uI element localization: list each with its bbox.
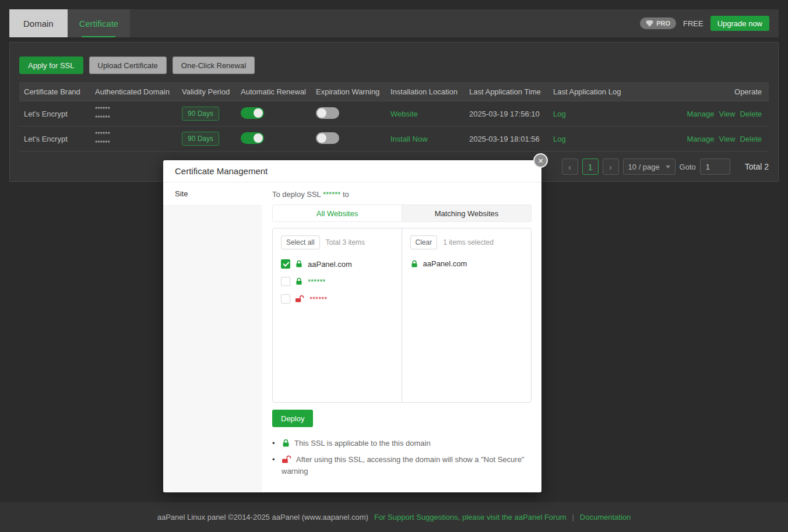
table-row: Let's Encrypt ****** ****** 90 Days Webs…	[19, 101, 769, 126]
page-footer: aaPanel Linux panel ©2014-2025 aaPanel (…	[0, 502, 788, 532]
documentation-link[interactable]: Documentation	[580, 513, 631, 522]
delete-link[interactable]: Delete	[740, 135, 762, 143]
website-label: aaPanel.com	[423, 259, 467, 268]
col-last-application-time: Last Application Time	[465, 87, 548, 96]
certificate-management-modal: Certificate Management Site To deploy SS…	[163, 160, 541, 492]
col-validity-period: Validity Period	[177, 87, 236, 96]
col-certificate-brand: Certificate Brand	[19, 87, 90, 96]
note-text: After using this SSL, accessing the doma…	[282, 455, 524, 475]
modal-title: Certificate Management	[175, 166, 268, 176]
top-tab-bar: Domain Certificate PRO FREE Upgrade now	[9, 9, 779, 37]
prev-page-button[interactable]	[562, 158, 578, 175]
ssl-toolbar: Apply for SSL Upload Certificate One-Cli…	[10, 43, 778, 82]
validity-badge: 90 Days	[182, 132, 219, 146]
table-row: Let's Encrypt ****** ****** 90 Days Inst…	[19, 126, 769, 152]
tab-domain[interactable]: Domain	[9, 9, 68, 37]
tab-matching-websites[interactable]: Matching Websites	[402, 205, 531, 221]
log-link[interactable]: Log	[553, 110, 566, 118]
install-location-link[interactable]: Install Now	[391, 135, 428, 143]
copyright-text: aaPanel Linux panel ©2014-2025 aaPanel (…	[157, 513, 368, 522]
modal-sidebar: Site	[163, 182, 262, 492]
operate-cell: Manage View Delete	[664, 110, 769, 118]
website-list-item: ******	[273, 290, 402, 308]
source-pane-header: Select all Total 3 items	[273, 228, 402, 255]
website-checkbox[interactable]	[281, 277, 290, 286]
view-link[interactable]: View	[719, 135, 735, 143]
forum-link[interactable]: For Support Suggestions, please visit th…	[374, 513, 567, 522]
deploy-button[interactable]: Deploy	[272, 410, 313, 427]
toggle-knob	[254, 133, 263, 143]
page-size-value: 10 / page	[628, 163, 660, 171]
install-location-link[interactable]: Website	[391, 110, 418, 118]
certificates-table: Certificate Brand Authenticated Domain V…	[19, 82, 769, 152]
insecure-lock-icon	[295, 295, 305, 303]
modal-close-button[interactable]	[533, 153, 548, 168]
target-pane: Clear 1 items selected aaPanel.com	[402, 228, 532, 402]
validity-badge: 90 Days	[182, 107, 219, 121]
delete-link[interactable]: Delete	[740, 110, 762, 118]
tab-all-websites[interactable]: All Websites	[273, 205, 402, 221]
last-application-time: 2025-03-19 17:56:10	[465, 110, 548, 118]
upload-certificate-button[interactable]: Upload Certificate	[89, 57, 167, 74]
col-installation-location: Installation Location	[386, 87, 465, 96]
select-all-button[interactable]: Select all	[281, 235, 320, 249]
website-checkbox[interactable]	[281, 294, 290, 304]
authenticated-domains: ****** ******	[90, 105, 177, 122]
selected-website-item: aaPanel.com	[402, 255, 532, 272]
topbar-right: PRO FREE Upgrade now	[640, 16, 769, 31]
toggle-knob	[254, 108, 263, 118]
table-header-row: Certificate Brand Authenticated Domain V…	[19, 82, 769, 101]
tab-certificate[interactable]: Certificate	[68, 9, 131, 37]
col-last-application-log: Last Application Log	[548, 87, 664, 96]
footer-separator: |	[572, 513, 574, 522]
domain-line: ******	[95, 105, 173, 114]
website-transfer-list: Select all Total 3 items aaPanel.com	[272, 228, 532, 403]
expiration-warning-toggle[interactable]	[316, 132, 339, 144]
website-list-item: ******	[273, 273, 402, 290]
last-application-time: 2025-03-19 18:01:56	[465, 135, 548, 143]
clear-button[interactable]: Clear	[410, 235, 438, 249]
deploy-domain: ******	[323, 190, 340, 199]
one-click-renewal-button[interactable]: One-Click Renewal	[173, 57, 255, 74]
cert-brand: Let's Encrypt	[19, 110, 90, 118]
manage-link[interactable]: Manage	[687, 135, 714, 143]
selected-count-label: 1 items selected	[443, 238, 494, 246]
toggle-knob	[317, 108, 326, 118]
pro-badge-label: PRO	[656, 20, 670, 27]
domain-line: ******	[95, 114, 173, 122]
website-checkbox[interactable]	[281, 259, 290, 269]
page-size-select[interactable]: 10 / page	[623, 158, 676, 175]
col-authenticated-domain: Authenticated Domain	[90, 87, 177, 96]
manage-link[interactable]: Manage	[687, 110, 714, 118]
website-filter-tabs: All Websites Matching Websites	[272, 205, 532, 222]
operate-cell: Manage View Delete	[664, 135, 769, 143]
col-automatic-renewal: Automatic Renewal	[236, 87, 311, 96]
apply-ssl-button[interactable]: Apply for SSL	[19, 57, 83, 74]
modal-content: To deploy SSL ****** to All Websites Mat…	[262, 182, 541, 492]
col-expiration-warning: Expiration Warning	[311, 87, 386, 96]
next-page-button[interactable]	[603, 158, 619, 175]
upgrade-now-button[interactable]: Upgrade now	[710, 16, 769, 31]
sidebar-item-site[interactable]: Site	[163, 182, 262, 206]
bullet-icon	[272, 438, 282, 449]
source-pane: Select all Total 3 items aaPanel.com	[273, 228, 402, 402]
website-label: aaPanel.com	[308, 260, 352, 269]
modal-header: Certificate Management	[163, 160, 541, 182]
close-icon	[538, 156, 543, 165]
source-total-label: Total 3 items	[326, 238, 365, 246]
gem-icon	[646, 20, 653, 27]
target-pane-header: Clear 1 items selected	[402, 228, 532, 255]
ssl-notes: This SSL is applicable to the this domai…	[272, 438, 532, 477]
note-text: This SSL is applicable to the this domai…	[294, 439, 431, 448]
goto-page-input[interactable]	[700, 158, 730, 175]
secure-lock-icon	[410, 260, 418, 268]
auto-renewal-toggle[interactable]	[241, 107, 264, 119]
total-count: Total 2	[745, 162, 769, 171]
auto-renewal-toggle[interactable]	[241, 132, 264, 144]
log-link[interactable]: Log	[553, 135, 566, 143]
chevron-right-icon	[609, 162, 612, 172]
expiration-warning-toggle[interactable]	[316, 107, 339, 119]
website-list-item: aaPanel.com	[273, 255, 402, 273]
view-link[interactable]: View	[719, 110, 735, 118]
page-number-button[interactable]: 1	[582, 158, 599, 175]
